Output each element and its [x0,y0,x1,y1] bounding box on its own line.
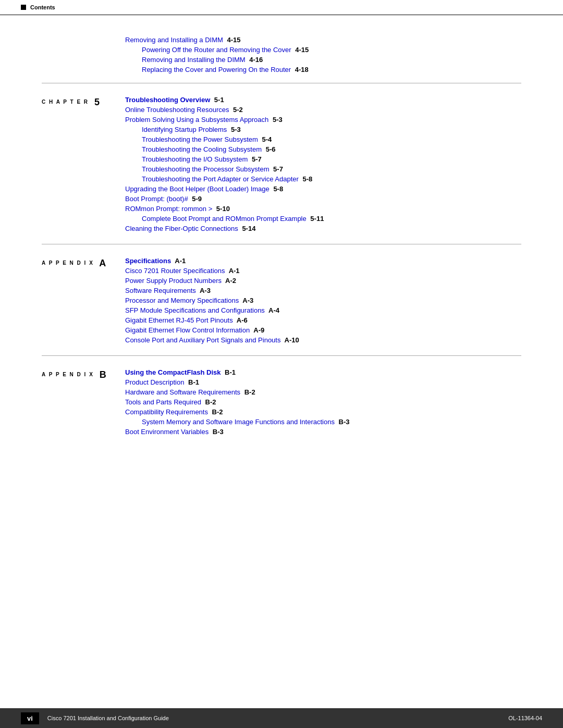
list-item: System Memory and Software Image Functio… [125,418,521,426]
list-item: Gigabit Ethernet Flow Control Informatio… [125,326,521,334]
list-item: Problem Solving Using a Subsystems Appro… [125,116,521,124]
page-number: A-3 [241,297,253,304]
page-number: B-2 [210,408,223,416]
toc-link[interactable]: Boot Prompt: (boot)# [125,195,188,203]
header-label: Contents [30,4,55,10]
toc-link[interactable]: Tools and Parts Required [125,398,201,406]
toc-link[interactable]: Software Requirements [125,287,196,294]
list-item: Cisco 7201 Router Specifications A-1 [125,267,521,275]
chapter-label: C H A P T E R [42,99,89,105]
page-number: 4-15 [293,46,309,54]
appendix-label: A P P E N D I X [42,372,94,377]
list-item: Software Requirements A-3 [125,287,521,294]
list-item: Processor and Memory Specifications A-3 [125,297,521,304]
page-number: 5-10 [214,205,230,213]
toc-link[interactable]: Troubleshooting the I/O Subsystem [142,155,248,163]
toc-link[interactable]: Hardware and Software Requirements [125,388,240,396]
appendix-heading-page: A-1 [173,257,186,265]
page-number: 5-11 [309,215,324,223]
toc-link[interactable]: Cleaning the Fiber-Optic Connections [125,225,238,232]
page-number: 4-18 [293,66,309,73]
toc-link[interactable]: Troubleshooting the Cooling Subsystem [142,145,262,153]
page-number: 5-1 [212,96,224,104]
list-item: Troubleshooting the I/O Subsystem 5-7 [125,155,521,163]
toc-link[interactable]: Cisco 7201 Router Specifications [125,267,225,275]
list-item: Tools and Parts Required B-2 [125,398,521,406]
section-divider [42,355,521,356]
list-item: Troubleshooting the Processor Subsystem … [125,165,521,173]
section-label: A P P E N D I X B [42,368,125,438]
toc-link[interactable]: Troubleshooting the Processor Subsystem [142,165,269,173]
appendix-heading-row: Using the CompactFlash Disk B-1 [125,368,521,376]
list-item: Gigabit Ethernet RJ-45 Port Pinouts A-6 [125,316,521,324]
page-number: A-3 [198,287,211,294]
header-square-icon [21,5,26,10]
toc-link[interactable]: Removing and Installing a DIMM [125,36,223,44]
toc-link[interactable]: Online Troubleshooting Resources [125,106,229,114]
section-entries: Using the CompactFlash Disk B-1Product D… [125,368,521,438]
toc-link[interactable]: Gigabit Ethernet Flow Control Informatio… [125,326,250,334]
page-number: B-1 [186,378,199,386]
toc-link[interactable]: Power Supply Product Numbers [125,277,222,285]
continuation-section: Removing and Installing a DIMM 4-15Power… [42,36,521,73]
toc-link[interactable]: Troubleshooting Overview [125,96,210,104]
page-number: A-6 [235,316,248,324]
appendix-letter: A [96,258,107,268]
toc-link[interactable]: Console Port and Auxiliary Port Signals … [125,336,280,344]
appendix-block: A P P E N D I X BUsing the CompactFlash … [42,368,521,438]
appendix-heading-row: Specifications A-1 [125,257,521,265]
list-item: Removing and Installing the DIMM 4-16 [125,56,521,64]
toc-root: Removing and Installing a DIMM 4-15Power… [42,36,521,438]
page-number: 5-3 [271,116,282,124]
section-label: C H A P T E R 5 [42,96,125,235]
toc-link[interactable]: ROMmon Prompt: rommon > [125,205,212,213]
page-number: A-2 [224,277,236,285]
toc-link[interactable]: Processor and Memory Specifications [125,297,239,304]
list-item: Troubleshooting the Cooling Subsystem 5-… [125,145,521,153]
page-number: A-9 [252,326,264,334]
toc-link[interactable]: Gigabit Ethernet RJ-45 Port Pinouts [125,316,233,324]
appendix-block: A P P E N D I X ASpecifications A-1Cisco… [42,257,521,346]
footer-doc-number: OL-11364-04 [508,715,542,721]
toc-link[interactable]: Powering Off the Router and Removing the… [142,46,291,54]
toc-link[interactable]: Upgrading the Boot Helper (Boot Loader) … [125,185,270,193]
toc-link[interactable]: Troubleshooting the Power Subsystem [142,135,258,143]
footer-left: vi Cisco 7201 Installation and Configura… [21,712,169,724]
appendix-letter: B [96,369,107,380]
list-item: ROMmon Prompt: rommon > 5-10 [125,205,521,213]
page-number: A-1 [227,267,240,275]
list-item: Troubleshooting the Power Subsystem 5-4 [125,135,521,143]
page-number: 4-15 [225,36,241,44]
page-number: 5-9 [190,195,202,203]
list-item: Identifying Startup Problems 5-3 [125,126,521,133]
appendix-heading-link[interactable]: Using the CompactFlash Disk [125,368,221,376]
toc-link[interactable]: Identifying Startup Problems [142,126,227,133]
toc-link[interactable]: Replacing the Cover and Powering On the … [142,66,291,73]
toc-link[interactable]: Removing and Installing the DIMM [142,56,246,64]
appendix-heading-link[interactable]: Specifications [125,257,171,265]
toc-link[interactable]: Compatibility Requirements [125,408,208,416]
page-number: 5-2 [231,106,242,114]
list-item: Upgrading the Boot Helper (Boot Loader) … [125,185,521,193]
appendix-heading-page: B-1 [223,368,236,376]
page-number: 4-16 [248,56,263,64]
page-number: B-2 [242,388,255,396]
list-item: Online Troubleshooting Resources 5-2 [125,106,521,114]
section-label: A P P E N D I X A [42,257,125,346]
page-number: 5-8 [301,175,312,183]
toc-link[interactable]: Product Description [125,378,184,386]
page-number: 5-4 [260,135,272,143]
page-number: A-10 [283,336,299,344]
toc-link[interactable]: Complete Boot Prompt and ROMmon Prompt E… [142,215,307,223]
toc-link[interactable]: SFP Module Specifications and Configurat… [125,306,265,314]
toc-link[interactable]: Problem Solving Using a Subsystems Appro… [125,116,268,124]
list-item: Complete Boot Prompt and ROMmon Prompt E… [125,215,521,223]
page-number: 5-6 [264,145,275,153]
toc-link[interactable]: Troubleshooting the Port Adapter or Serv… [142,175,299,183]
toc-link[interactable]: Boot Environment Variables [125,428,209,436]
page-number: 5-3 [229,126,240,133]
toc-link[interactable]: System Memory and Software Image Functio… [142,418,335,426]
section-divider [42,83,521,83]
main-content: Removing and Installing a DIMM 4-15Power… [0,15,563,483]
footer-title: Cisco 7201 Installation and Configuratio… [47,715,169,721]
